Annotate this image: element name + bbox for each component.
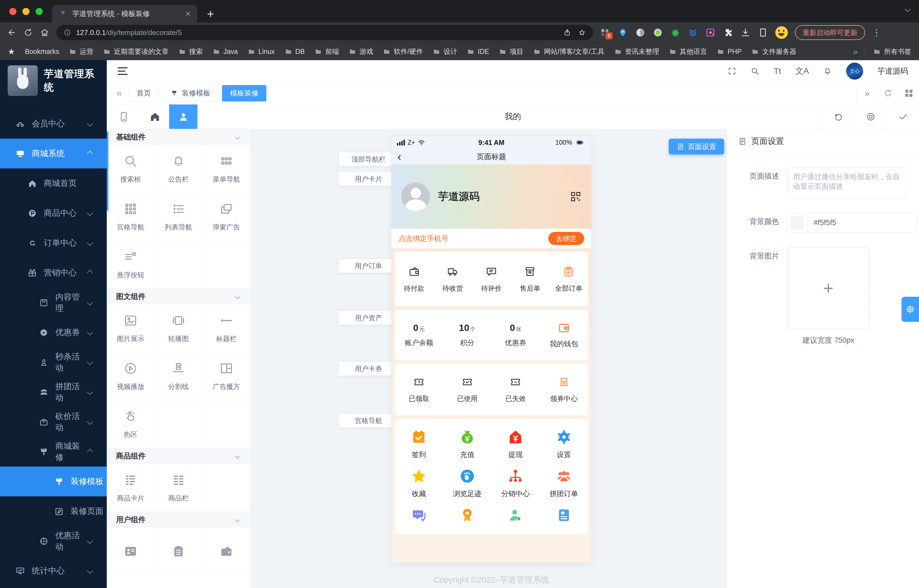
sidebar-item-拼团活动[interactable]: 拼团活动 xyxy=(0,377,107,407)
info-icon[interactable] xyxy=(63,29,71,36)
browser-tab[interactable]: 芋道管理系统 - 模板装修 × xyxy=(52,5,197,23)
image-upload-box[interactable]: + xyxy=(787,247,869,329)
hamburger-icon[interactable] xyxy=(118,67,128,75)
sidebar-item-订单中心[interactable]: 订单中心 xyxy=(0,228,107,258)
language-icon[interactable]: 文A xyxy=(795,65,809,77)
browser-menu-icon[interactable]: ⋮ xyxy=(872,27,881,38)
zoom-window-button[interactable] xyxy=(36,8,43,15)
component-搜索框[interactable]: 搜索框 xyxy=(107,145,155,193)
bookmark-folder[interactable]: PHP xyxy=(717,47,742,56)
home-page-button[interactable] xyxy=(141,105,169,129)
bookmark-star-icon[interactable] xyxy=(578,29,586,36)
save-button[interactable] xyxy=(887,105,919,129)
component-轮播图[interactable]: 轮播图 xyxy=(155,304,203,352)
sidebar-item-会员中心[interactable]: 会员中心 xyxy=(0,109,107,139)
bookmark-folder[interactable]: 网站/博客/文章/工具 xyxy=(533,47,605,56)
user-coupons-component[interactable]: 已领取已使用已失效领券中心 xyxy=(395,363,588,415)
sidebar-item-秒杀活动[interactable]: 秒杀活动 xyxy=(0,347,107,377)
bookmark-folder[interactable]: 游戏 xyxy=(349,47,373,56)
page-settings-button[interactable]: 页面设置 xyxy=(669,139,724,155)
close-tab-icon[interactable]: × xyxy=(185,9,191,18)
tab-layout-icon[interactable] xyxy=(898,82,919,104)
bookmarks-label[interactable]: Bookmarks xyxy=(25,48,59,55)
preview-button[interactable] xyxy=(854,105,887,129)
bell-icon[interactable] xyxy=(823,67,832,76)
tab-首页[interactable]: 首页 xyxy=(129,85,159,102)
puzzle-icon[interactable] xyxy=(723,27,733,38)
close-window-button[interactable] xyxy=(9,8,16,15)
bookmark-folder[interactable]: 前端 xyxy=(314,47,339,56)
sidebar-item-商城装修[interactable]: 商城装修 xyxy=(0,437,107,467)
component-user-card-solid-icon[interactable] xyxy=(107,528,155,575)
qr-code-icon[interactable] xyxy=(569,191,582,203)
go-bind-button[interactable]: 去绑定 xyxy=(548,232,584,245)
top-nav-component[interactable]: ‹ 页面标题 xyxy=(391,149,591,164)
sidebar-item-砍价活动[interactable]: 砍价活动 xyxy=(0,407,107,437)
bookmark-folder[interactable]: Linux xyxy=(248,47,275,56)
sidebar-item-优惠券[interactable]: 优惠券 xyxy=(0,318,107,347)
tab-装修模板[interactable]: 装修模板 xyxy=(163,85,218,102)
settings-fab[interactable] xyxy=(901,297,919,322)
fullscreen-icon[interactable] xyxy=(728,67,736,76)
ext-blocks-icon[interactable]: 6 xyxy=(600,27,611,38)
user-avatar[interactable]: 文心 xyxy=(846,63,863,79)
bookmark-folder[interactable]: 设计 xyxy=(433,47,457,56)
ext-record-icon[interactable] xyxy=(653,27,663,38)
component-列表导航[interactable]: 列表导航 xyxy=(155,193,203,241)
background-color-input[interactable] xyxy=(807,213,917,233)
home-icon[interactable] xyxy=(40,28,49,37)
sidebar-item-商品中心[interactable]: 商品中心 xyxy=(0,198,107,228)
user-assets-component[interactable]: 0元账户余额10个积分0张优惠券我的钱包 xyxy=(395,310,588,360)
user-card-component[interactable]: 芋道源码 xyxy=(391,164,591,229)
component-order-solid-icon[interactable] xyxy=(155,528,203,575)
component-wallet-solid-icon[interactable] xyxy=(203,528,251,575)
palette-section-header[interactable]: 图文组件 xyxy=(107,289,250,304)
user-name[interactable]: 芋道源码 xyxy=(877,66,908,76)
reader-icon[interactable] xyxy=(758,27,768,38)
tab-模板装修[interactable]: 模板装修 xyxy=(222,85,266,102)
page-description-input[interactable] xyxy=(787,167,907,198)
component-商品栏[interactable]: 商品栏 xyxy=(155,464,203,512)
reload-icon[interactable] xyxy=(24,28,33,37)
component-弹窗广告[interactable]: 弹窗广告 xyxy=(203,193,251,241)
ext-frame-icon[interactable] xyxy=(705,27,716,38)
component-广告魔方[interactable]: 广告魔方 xyxy=(203,352,251,400)
download-icon[interactable] xyxy=(740,27,750,38)
component-分割线[interactable]: 分割线 xyxy=(155,352,203,400)
ext-chevrons-icon[interactable] xyxy=(688,27,698,38)
bookmarks-star-icon[interactable]: ★ xyxy=(8,47,15,57)
sidebar-item-商城首页[interactable]: 商城首页 xyxy=(0,168,107,198)
bookmark-folder[interactable]: 项目 xyxy=(499,47,524,56)
address-bar[interactable]: 127.0.0.1/diy/template/decorate/5 xyxy=(57,25,593,40)
component-图片展示[interactable]: 图片展示 xyxy=(107,304,155,352)
component-菜单导航[interactable]: 菜单导航 xyxy=(203,145,251,193)
back-icon[interactable] xyxy=(7,28,16,37)
reset-button[interactable] xyxy=(822,105,854,129)
update-button[interactable]: 重新启动即可更新 xyxy=(795,25,865,40)
ext-burst-icon[interactable] xyxy=(670,27,681,38)
collapse-tabs-icon[interactable]: « xyxy=(117,87,122,99)
bookmark-folder[interactable]: Java xyxy=(213,47,238,56)
scrollbar[interactable] xyxy=(107,131,109,211)
refresh-tab-button[interactable] xyxy=(877,82,898,104)
bookmark-folder[interactable]: 资讯未整理 xyxy=(614,47,659,56)
bookmark-folder[interactable]: 近期需要读的文章 xyxy=(103,47,169,56)
profile-avatar-icon[interactable] xyxy=(775,26,788,39)
bookmark-folder[interactable]: 其他语言 xyxy=(669,47,707,56)
component-热区[interactable]: 热区 xyxy=(107,400,155,448)
user-page-button[interactable] xyxy=(169,105,198,129)
ext-pin-icon[interactable] xyxy=(618,27,628,38)
bookmarks-overflow-icon[interactable]: » xyxy=(853,47,858,57)
sidebar-item-统计中心[interactable]: 统计中心 xyxy=(0,556,107,586)
sidebar-item-优惠活动[interactable]: 优惠活动 xyxy=(0,526,107,556)
component-公告栏[interactable]: 公告栏 xyxy=(155,145,203,193)
palette-section-header[interactable]: 基础组件 xyxy=(107,129,250,145)
new-tab-button[interactable]: + xyxy=(207,7,214,21)
bookmark-folder[interactable]: DB xyxy=(285,47,305,56)
user-orders-component[interactable]: 待付款待收货待评价售后单全部订单 xyxy=(395,252,588,306)
sidebar-item-营销中心[interactable]: 营销中心 xyxy=(0,258,107,288)
bookmark-folder[interactable]: 搜索 xyxy=(178,47,203,56)
grid-nav-component[interactable]: 签到充值提现设置收藏浏览足迹分销中心拼团订单 xyxy=(395,419,588,534)
sidebar-item-装修页面[interactable]: 装修页面 xyxy=(0,496,107,526)
bookmark-folder[interactable]: 文件服务器 xyxy=(752,47,796,56)
